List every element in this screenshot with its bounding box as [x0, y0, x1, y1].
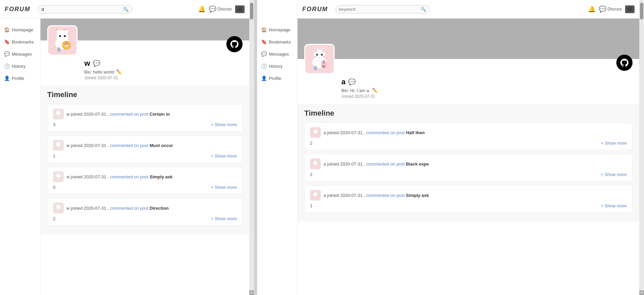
right-sidebar-messages-label: Messages — [269, 52, 289, 57]
left-edit-bio-icon[interactable]: ✏️ — [116, 69, 122, 75]
left-chat-bubble-icon[interactable]: 💬 — [93, 60, 100, 67]
svg-point-42 — [323, 56, 325, 58]
right-sidebar-item-history[interactable]: 🕐 History — [257, 60, 297, 72]
right-profile-joined: Joined 2020-07-31 — [341, 94, 633, 99]
left-exit-button[interactable]: ⬛ — [235, 5, 245, 13]
left-scrollbar-thumb[interactable] — [250, 3, 253, 20]
right-card-2-show-more[interactable]: + Show more — [601, 203, 627, 208]
right-logo: FORUM — [302, 6, 328, 13]
left-card-2-header: w joined 2020-07-31 , commented on post … — [53, 171, 237, 182]
left-main: ♥ ♥ — [40, 0, 249, 295]
left-scrollbar-arrow[interactable]: ▼ — [249, 290, 254, 295]
left-search-box[interactable]: 🔍 — [38, 5, 132, 13]
right-message-icon: 💬 — [261, 51, 267, 57]
right-timeline-card-0: a joined 2020-07-31 , commented on post … — [304, 123, 633, 150]
right-scrollbar-arrow[interactable]: ▼ — [639, 290, 644, 295]
right-avatar-svg — [306, 46, 333, 72]
right-card-0-footer: 2 + Show more — [310, 141, 627, 146]
right-main: a 💬 Bio: Hi, I am a. ✏️ Joined 2020-07-3… — [298, 19, 639, 295]
right-card-1-avatar — [310, 158, 321, 169]
right-github-icon — [620, 59, 628, 67]
left-card-3-show-more[interactable]: + Show more — [211, 216, 237, 221]
left-card-3-count: 2 — [53, 216, 55, 221]
left-logo: FORUM — [5, 6, 30, 13]
left-card-3-header: w joined 2020-07-31 , commented on post … — [53, 203, 237, 213]
right-sidebar-profile-label: Profile — [269, 76, 281, 81]
left-timeline-section: Timeline w joined 2020-07-31 , commented… — [40, 85, 249, 235]
right-card-0-show-more[interactable]: + Show more — [601, 141, 627, 146]
right-sidebar-item-profile[interactable]: 👤 Profile — [257, 72, 297, 84]
right-search-box[interactable]: 🔍 — [335, 5, 430, 13]
svg-point-37 — [316, 54, 318, 56]
right-chat-bubble-icon[interactable]: 💬 — [348, 78, 356, 86]
history-icon: 🕐 — [4, 63, 10, 69]
right-home-icon: 🏠 — [261, 27, 267, 32]
left-card-0-avatar — [53, 109, 64, 119]
right-timeline-card-2: a joined 2020-07-31 , commented on post … — [304, 185, 633, 213]
left-scrollbar[interactable]: ▼ — [249, 0, 254, 295]
right-scrollbar-thumb[interactable] — [640, 3, 643, 20]
right-github-button[interactable] — [616, 55, 633, 71]
right-exit-button[interactable]: ⬛ — [625, 5, 635, 13]
svg-point-29 — [56, 204, 57, 206]
right-edit-bio-icon[interactable]: ✏️ — [372, 88, 378, 93]
left-card-0-count: 3 — [53, 122, 55, 127]
right-search-input[interactable] — [339, 7, 421, 12]
left-timeline-title: Timeline — [47, 90, 243, 99]
left-header: FORUM 🔍 🔔 💬 Discuss ⬛ — [0, 0, 249, 19]
right-profile-icon: 👤 — [261, 76, 267, 81]
right-bell-button[interactable]: 🔔 — [588, 5, 595, 13]
left-card-3-avatar — [53, 203, 64, 213]
svg-point-30 — [59, 204, 61, 206]
left-card-0-header: w joined 2020-07-31 , commented on post … — [53, 109, 237, 119]
left-sidebar-item-history[interactable]: 🕐 History — [0, 60, 40, 72]
left-username: w 💬 — [84, 59, 243, 68]
left-github-button[interactable] — [226, 36, 243, 52]
github-icon — [230, 40, 239, 48]
right-panel: 🏠 Homepage 🔖 Bookmarks 💬 Messages 🕐 Hist… — [257, 0, 644, 295]
left-card-2-count: 0 — [53, 185, 55, 190]
left-timeline-card-0: w joined 2020-07-31 , commented on post … — [47, 104, 243, 131]
left-sidebar-item-bookmarks[interactable]: 🔖 Bookmarks — [0, 36, 40, 48]
left-sidebar-profile-label: Profile — [12, 76, 24, 81]
right-sidebar-bookmarks-label: Bookmarks — [269, 39, 291, 45]
left-card-0-show-more[interactable]: + Show more — [211, 122, 237, 127]
right-card-0-count: 2 — [310, 141, 312, 146]
svg-point-39 — [317, 54, 318, 55]
svg-text:♥: ♥ — [56, 28, 58, 31]
left-bell-button[interactable]: 🔔 — [198, 5, 205, 13]
right-timeline-section: Timeline a joined 2020-07-31 , commented… — [298, 104, 639, 222]
right-scrollbar[interactable]: ▼ — [639, 0, 644, 295]
right-discuss-button[interactable]: 💬 Discuss — [599, 5, 622, 13]
left-profile-joined: Joined 2020-07-31 — [84, 76, 243, 80]
left-search-input[interactable] — [41, 7, 123, 12]
svg-point-10 — [64, 42, 69, 45]
svg-point-25 — [56, 173, 57, 175]
right-bookmark-icon: 🔖 — [261, 39, 267, 45]
left-discuss-button[interactable]: 💬 Discuss — [209, 5, 232, 13]
bookmark-icon: 🔖 — [4, 39, 10, 45]
left-card-1-footer: 1 + Show more — [53, 153, 237, 158]
svg-line-13 — [65, 44, 65, 45]
left-card-1-header: w joined 2020-07-31 , commented on post … — [53, 140, 237, 151]
left-card-2-show-more[interactable]: + Show more — [211, 185, 237, 190]
left-sidebar-item-homepage[interactable]: 🏠 Homepage — [0, 24, 40, 36]
right-header-actions: 🔔 💬 Discuss ⬛ — [588, 5, 635, 13]
right-sidebar-item-bookmarks[interactable]: 🔖 Bookmarks — [257, 36, 297, 48]
left-sidebar-messages-label: Messages — [12, 52, 32, 57]
right-card-1-show-more[interactable]: + Show more — [601, 172, 627, 177]
svg-point-26 — [59, 173, 61, 175]
right-sidebar-item-messages[interactable]: 💬 Messages — [257, 48, 297, 60]
svg-point-41 — [314, 56, 316, 58]
svg-point-4 — [59, 35, 61, 37]
right-search-icon: 🔍 — [421, 7, 426, 12]
left-sidebar-bookmarks-label: Bookmarks — [12, 39, 34, 45]
right-sidebar-item-homepage[interactable]: 🏠 Homepage — [257, 24, 297, 36]
left-discuss-label: Discuss — [218, 7, 232, 11]
left-card-1-show-more[interactable]: + Show more — [211, 153, 237, 158]
left-sidebar-item-messages[interactable]: 💬 Messages — [0, 48, 40, 60]
left-timeline-card-2: w joined 2020-07-31 , commented on post … — [47, 167, 243, 194]
svg-line-11 — [65, 43, 66, 44]
left-sidebar-item-profile[interactable]: 👤 Profile — [0, 72, 40, 84]
right-header: FORUM 🔍 🔔 💬 Discuss ⬛ — [298, 0, 639, 19]
